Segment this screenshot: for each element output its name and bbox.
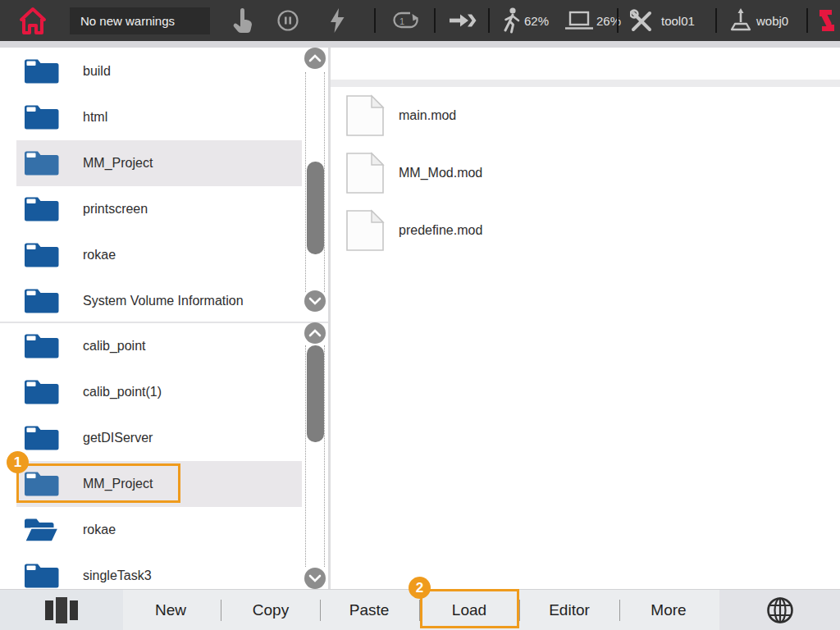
file-row-main-mod[interactable]: main.mod — [345, 94, 456, 137]
scrollbar-thumb[interactable] — [307, 162, 324, 254]
folder-name: calib_point(1) — [83, 385, 162, 399]
file-name: main.mod — [399, 108, 456, 123]
folder-icon — [23, 193, 61, 226]
file-row-mm-mod-mod[interactable]: MM_Mod.mod — [345, 152, 482, 194]
scroll-up-button[interactable] — [304, 322, 326, 344]
step-1-badge: 1 — [7, 451, 29, 473]
separator — [488, 8, 490, 33]
chevron-down-icon — [308, 297, 322, 305]
step-2-highlight-rect — [420, 589, 519, 628]
folder-icon — [23, 376, 61, 409]
separator — [619, 600, 620, 621]
folder-row-calib-point-1[interactable]: calib_point(1) — [16, 369, 302, 415]
file-name: MM_Mod.mod — [399, 166, 482, 180]
separator — [434, 8, 436, 33]
topbar-divider-strip — [0, 41, 840, 48]
folder-name: MM_Project — [83, 156, 153, 171]
folder-icon — [23, 285, 61, 317]
tool-wrench-icon[interactable] — [630, 9, 655, 32]
more-button[interactable]: More — [623, 590, 714, 630]
file-icon — [345, 152, 386, 194]
step-2-badge: 2 — [409, 577, 431, 599]
folder-row-html[interactable]: html — [16, 94, 302, 140]
separator — [374, 8, 376, 33]
folder-icon — [23, 147, 61, 180]
folder-icon — [23, 239, 61, 272]
scroll-down-button[interactable] — [304, 568, 326, 589]
folder-name: rokae — [83, 523, 116, 537]
folder-row-rokae-drive[interactable]: rokae — [16, 232, 302, 278]
folder-icon — [23, 559, 61, 592]
folder-row-printscreen[interactable]: printscreen — [16, 186, 302, 232]
taskbar-grip-icon[interactable] — [45, 595, 78, 626]
folder-icon — [23, 55, 61, 88]
folder-name: System Volume Information — [83, 294, 244, 308]
folder-icon — [23, 422, 61, 454]
separator — [519, 600, 520, 621]
scroll-down-button[interactable] — [304, 290, 326, 312]
home-icon[interactable] — [15, 3, 51, 38]
chevron-up-icon — [308, 54, 322, 62]
controller-load-icon[interactable] — [564, 11, 594, 32]
folder-icon — [23, 330, 61, 363]
folder-row-rokae-open[interactable]: rokae — [16, 507, 302, 553]
copy-button[interactable]: Copy — [226, 590, 316, 630]
file-row-predefine-mod[interactable]: predefine.mod — [345, 209, 482, 252]
editor-button[interactable]: Editor — [524, 590, 614, 630]
folder-row-mm-project-drive[interactable]: MM_Project — [16, 140, 302, 186]
scroll-up-button[interactable] — [304, 48, 326, 69]
file-icon — [345, 209, 386, 252]
separator — [221, 600, 221, 621]
panel-divider — [328, 47, 331, 589]
folder-name: html — [83, 110, 107, 125]
folder-row-calib-point[interactable]: calib_point — [16, 323, 302, 369]
new-button[interactable]: New — [126, 590, 216, 630]
folder-name: rokae — [83, 248, 116, 262]
folder-row-build[interactable]: build — [16, 48, 302, 94]
separator — [806, 8, 808, 33]
separator — [715, 8, 717, 33]
pause-icon — [277, 10, 299, 31]
file-icon — [345, 94, 386, 137]
tool-name: tool01 — [661, 14, 695, 28]
chevron-down-icon — [308, 574, 322, 582]
folder-name: getDIServer — [83, 431, 153, 445]
scrollbar-track[interactable] — [305, 345, 325, 567]
folder-name: singleTask3 — [83, 568, 152, 583]
cycle-once-icon: 1 — [393, 11, 419, 30]
speed-percentage: 62% — [524, 14, 549, 28]
file-name: predefine.mod — [399, 223, 482, 238]
language-globe-icon[interactable] — [766, 596, 794, 624]
folder-row-getdiserver[interactable]: getDIServer — [16, 415, 302, 461]
speed-person-icon[interactable] — [501, 7, 521, 34]
step-forward-icon — [448, 11, 477, 30]
step-1-highlight-rect — [16, 463, 180, 503]
warning-message-box[interactable]: No new warnings — [70, 7, 210, 34]
folder-name: calib_point — [83, 339, 146, 354]
folder-icon — [23, 101, 61, 134]
top-status-bar: No new warnings 1 — [0, 0, 840, 41]
folder-open-icon — [23, 514, 61, 546]
rokae-logo-icon — [817, 7, 837, 34]
wobj-name: wobj0 — [756, 14, 788, 28]
folder-name: printscreen — [83, 202, 148, 217]
file-panel-header-strip — [331, 80, 840, 87]
folder-name: build — [83, 64, 111, 79]
power-lightning-icon — [328, 8, 346, 33]
screen: No new warnings 1 — [0, 0, 840, 630]
separator — [320, 600, 321, 621]
paste-button[interactable]: Paste — [324, 590, 414, 630]
svg-text:1: 1 — [399, 16, 404, 26]
hand-guide-icon — [231, 8, 254, 33]
chevron-up-icon — [308, 329, 322, 337]
folder-row-system-volume-information[interactable]: System Volume Information — [16, 278, 302, 324]
separator — [617, 8, 619, 33]
wobj-joystick-icon[interactable] — [728, 8, 753, 33]
